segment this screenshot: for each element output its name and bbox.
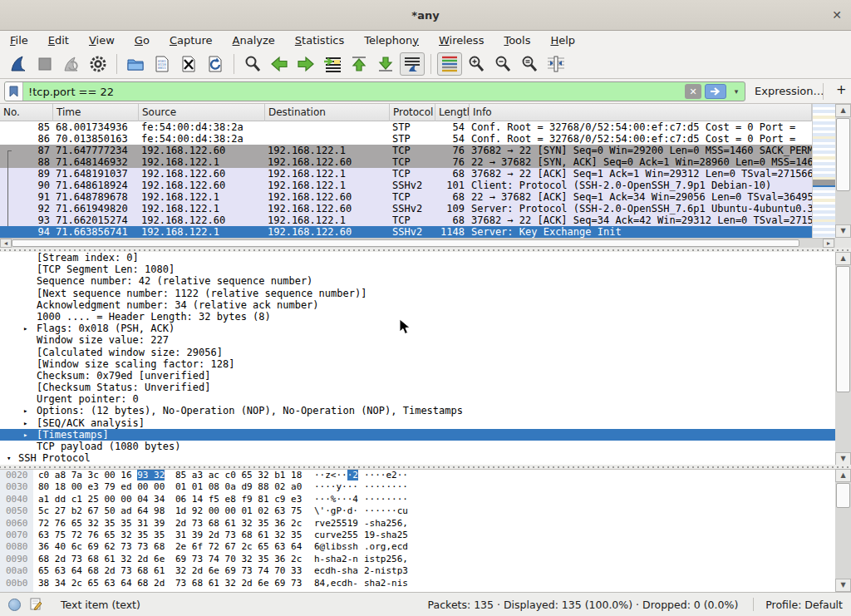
scrollbar-thumb[interactable] [12, 239, 799, 247]
restart-capture-button[interactable] [59, 52, 84, 76]
collapsed-arrow-icon[interactable]: ▸ [23, 429, 27, 441]
menu-wireless[interactable]: Wireless [429, 32, 494, 48]
go-forward-button[interactable] [293, 52, 318, 76]
column-header-destination[interactable]: Destination [265, 104, 390, 121]
scroll-down-button[interactable]: ▼ [835, 224, 851, 238]
hex-row-0090[interactable]: 009068 2d 73 68 61 32 2d 6e69 73 74 70 3… [0, 554, 835, 565]
filter-clear-button[interactable]: ✕ [685, 84, 701, 99]
detail-line-13[interactable]: ▸Options: (12 bytes), No-Operation (NOP)… [0, 405, 838, 416]
detail-line-2[interactable]: Sequence number: 42 (relative sequence n… [0, 275, 838, 287]
menu-file[interactable]: File [0, 32, 38, 48]
go-back-button[interactable] [267, 52, 292, 76]
detail-line-15[interactable]: ▸[Timestamps] [0, 429, 838, 441]
filter-bookmark-button[interactable] [5, 82, 23, 101]
capture-options-button[interactable] [86, 52, 111, 76]
detail-line-11[interactable]: [Checksum Status: Unverified] [0, 382, 838, 393]
reload-file-button[interactable] [203, 52, 228, 76]
detail-line-17[interactable]: ▾SSH Protocol [0, 452, 838, 464]
filter-apply-button[interactable] [705, 84, 726, 99]
column-header-no[interactable]: No. [0, 104, 53, 121]
detail-line-5[interactable]: 1000 .... = Header Length: 32 bytes (8) [0, 311, 838, 323]
filter-dropdown-caret[interactable]: ▾ [730, 84, 743, 99]
close-file-button[interactable] [176, 52, 201, 76]
display-filter-widget[interactable]: ✕ ▾ [4, 81, 745, 101]
packet-row-89[interactable]: 8971.648191037192.168.122.60192.168.122.… [0, 168, 812, 180]
zoom-out-button[interactable] [490, 52, 515, 76]
packet-row-90[interactable]: 9071.648618924192.168.122.60192.168.122.… [0, 180, 812, 191]
expanded-arrow-icon[interactable]: ▾ [7, 452, 11, 464]
menu-edit[interactable]: Edit [38, 32, 79, 48]
open-file-button[interactable] [123, 52, 148, 76]
menu-go[interactable]: Go [125, 32, 160, 48]
scrollbar-thumb[interactable] [836, 118, 850, 191]
scroll-up-button[interactable]: ▲ [835, 104, 851, 117]
auto-scroll-toggle[interactable] [400, 52, 425, 76]
menu-view[interactable]: View [79, 32, 125, 48]
start-capture-button[interactable] [6, 52, 31, 76]
hex-row-0060[interactable]: 006072 76 65 32 35 35 31 392d 73 68 61 3… [0, 518, 835, 530]
hex-row-0030[interactable]: 003080 18 00 e3 79 ed 00 0001 01 08 0a d… [0, 481, 835, 493]
hex-row-0040[interactable]: 0040a1 dd c1 25 00 00 04 3406 14 f5 e8 f… [0, 494, 835, 505]
packet-row-86[interactable]: 8670.013850163fe:54:00:d4:38:2aSTP54Conf… [0, 133, 812, 145]
expression-button[interactable]: Expression… [755, 85, 824, 97]
hex-row-00b0[interactable]: 00b038 34 2c 65 63 64 68 2d73 68 61 32 2… [0, 578, 835, 589]
detail-line-10[interactable]: Checksum: 0x79ed [unverified] [0, 370, 838, 382]
scroll-right-button[interactable]: ▸ [823, 239, 834, 248]
column-header-info[interactable]: Info [470, 104, 812, 121]
detail-line-6[interactable]: ▸Flags: 0x018 (PSH, ACK) [0, 323, 838, 334]
scroll-down-button[interactable]: ▼ [835, 579, 851, 592]
stop-capture-button[interactable] [32, 52, 57, 76]
packet-row-87[interactable]: 8771.647777234192.168.122.60192.168.122.… [0, 145, 812, 156]
detail-line-8[interactable]: [Calculated window size: 29056] [0, 347, 838, 358]
column-header-length[interactable]: Length [435, 104, 470, 121]
detail-line-4[interactable]: Acknowledgment number: 34 (relative ack … [0, 299, 838, 311]
hex-row-0050[interactable]: 00505c 27 b2 67 50 ad 64 981d 92 00 00 0… [0, 505, 835, 517]
column-header-time[interactable]: Time [53, 104, 139, 121]
collapsed-arrow-icon[interactable]: ▸ [23, 417, 27, 429]
expert-info-button[interactable] [8, 599, 21, 611]
details-vertical-scrollbar[interactable]: ▲ ▼ [835, 252, 851, 466]
zoom-reset-button[interactable] [517, 52, 542, 76]
packet-row-85[interactable]: 8568.001734936fe:54:00:d4:38:2aSTP54Conf… [0, 121, 812, 133]
hex-row-0080[interactable]: 008036 40 6c 69 62 73 73 682e 6f 72 67 2… [0, 541, 835, 553]
scrollbar-thumb[interactable] [836, 483, 850, 508]
menu-tools[interactable]: Tools [494, 32, 540, 48]
scrollbar-thumb[interactable] [836, 266, 850, 392]
scroll-down-button[interactable]: ▼ [835, 452, 851, 466]
menu-help[interactable]: Help [540, 32, 585, 48]
column-header-source[interactable]: Source [139, 104, 265, 121]
packet-row-92[interactable]: 9271.661949820192.168.122.1192.168.122.6… [0, 203, 812, 214]
add-filter-button[interactable]: + [833, 82, 850, 97]
collapsed-arrow-icon[interactable]: ▸ [23, 405, 27, 416]
packet-row-91[interactable]: 9171.648789678192.168.122.1192.168.122.6… [0, 191, 812, 203]
scroll-left-button[interactable]: ◂ [0, 239, 12, 248]
find-packet-button[interactable] [240, 52, 265, 76]
packet-list-horizontal-scrollbar[interactable]: ◂ ▸ [0, 238, 835, 248]
detail-line-9[interactable]: [Window size scaling factor: 128] [0, 358, 838, 370]
menu-statistics[interactable]: Statistics [285, 32, 354, 48]
packet-row-93[interactable]: 9371.662015274192.168.122.60192.168.122.… [0, 214, 812, 226]
collapsed-arrow-icon[interactable]: ▸ [23, 323, 27, 334]
detail-line-12[interactable]: Urgent pointer: 0 [0, 393, 838, 405]
packet-list-minimap[interactable] [812, 104, 835, 238]
profile-button[interactable]: Profile: Default [765, 599, 843, 611]
menu-analyze[interactable]: Analyze [223, 32, 285, 48]
go-to-packet-button[interactable] [320, 52, 345, 76]
detail-line-14[interactable]: ▸[SEQ/ACK analysis] [0, 417, 838, 429]
go-first-button[interactable] [347, 52, 371, 76]
column-header-protocol[interactable]: Protocol [390, 104, 435, 121]
menu-capture[interactable]: Capture [160, 32, 223, 48]
scroll-up-button[interactable]: ▲ [835, 252, 851, 265]
detail-line-16[interactable]: TCP payload (1080 bytes) [0, 441, 838, 452]
detail-line-3[interactable]: [Next sequence number: 1122 (relative se… [0, 288, 838, 299]
menu-telephony[interactable]: Telephony [354, 32, 429, 48]
display-filter-input[interactable] [23, 82, 683, 101]
hex-row-00a0[interactable]: 00a065 63 64 68 2d 73 68 6132 2d 6e 69 7… [0, 565, 835, 577]
packet-row-88[interactable]: 8871.648146932192.168.122.1192.168.122.6… [0, 156, 812, 168]
go-last-button[interactable] [373, 52, 398, 76]
bytes-vertical-scrollbar[interactable]: ▲ ▼ [835, 469, 851, 592]
hex-row-0070[interactable]: 007063 75 72 76 65 32 35 3531 39 2d 73 6… [0, 530, 835, 541]
zoom-in-button[interactable] [464, 52, 489, 76]
window-titlebar[interactable]: *any ✕ [0, 0, 851, 31]
hex-row-0020[interactable]: 0020c0 a8 7a 3c 00 16 93 3285 a3 ac c0 6… [0, 470, 835, 481]
